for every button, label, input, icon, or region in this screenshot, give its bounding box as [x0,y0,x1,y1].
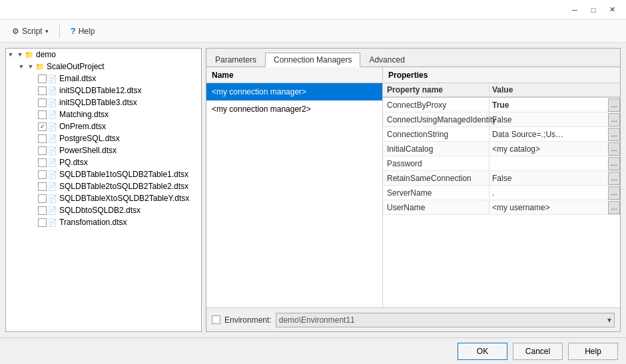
tree-root[interactable]: ▼ ▼ 📁 demo [6,49,201,61]
prop-row-connectbyproxy: ConnectByProxy True … [383,98,620,112]
menu-separator [59,25,60,38]
initsql12-label: initSQLDBTable12.dtsx [59,86,141,95]
script-menu[interactable]: ⚙ Script ▾ [7,24,54,39]
minimize-button[interactable]: ─ [566,3,583,17]
tree-item-transform[interactable]: 📄 Transfomation.dtsx [6,216,201,228]
prop-row-servername: ServerName . … [383,186,620,200]
environment-select[interactable]: demo\Environment11 ▾ [276,313,615,327]
postgresql-checkbox[interactable] [38,134,47,143]
tree-item-initsql12[interactable]: 📄 initSQLDBTable12.dtsx [6,85,201,96]
email-file-icon: 📄 [48,75,57,83]
help-icon: ? [71,26,76,36]
prop-btn-retainsame[interactable]: … [608,172,620,185]
script-icon: ⚙ [12,27,19,36]
prop-value-password [489,156,608,170]
prop-row-connectusing: ConnectUsingManagedIdentity False … [383,112,620,127]
prop-btn-servername[interactable]: … [608,186,620,200]
onprem-file-icon: 📄 [48,122,57,131]
root-folder-icon: 📁 [25,51,34,59]
tree-item-scaleout[interactable]: ▼ ▼ 📁 ScaleOutProject [6,61,201,73]
scaleout-toggle2: ▼ [26,62,35,71]
main-content: ▼ ▼ 📁 demo ▼ ▼ 📁 ScaleOutProject 📄 Email… [0,43,626,337]
sqltable2-label: SQLDBTable2toSQLDB2Table2.dtsx [59,182,188,191]
powershell-checkbox[interactable] [38,146,47,155]
sqltablex-checkbox[interactable] [38,194,47,203]
prop-btn-initialcatalog[interactable]: … [608,142,620,156]
prop-name-username: UserName [383,200,489,214]
tree-item-sqltablex[interactable]: 📄 SQLDBTableXtoSQLDB2TableY.dtsx [6,192,201,204]
tree-item-postgresql[interactable]: 📄 PostgreSQL.dtsx [6,132,201,144]
initsql12-checkbox[interactable] [38,87,47,95]
tree-item-sqltable1[interactable]: 📄 SQLDBTable1toSQLDB2Table1.dtsx [6,168,201,180]
tree-item-onprem[interactable]: 📄 OnPrem.dtsx [6,120,201,132]
prop-row-retainsame: RetainSameConnection False … [383,171,620,186]
tree-item-powershell[interactable]: 📄 PowerShell.dtsx [6,144,201,156]
tree-item-sqldbtosql[interactable]: 📄 SQLDbtoSQLDB2.dtsx [6,204,201,216]
initsql3-label: initSQLDBTable3.dtsx [59,98,137,107]
sqldbtosql-checkbox[interactable] [38,206,47,215]
conn-list-header: Name [206,67,382,83]
prop-row-password: Password … [383,156,620,171]
prop-name-initialcatalog: InitialCatalog [383,142,489,156]
prop-name-connectusing: ConnectUsingManagedIdentity [383,112,489,126]
sqltable1-label: SQLDBTable1toSQLDB2Table1.dtsx [59,170,188,179]
sqldbtosql-file-icon: 📄 [48,206,57,215]
prop-value-connstring: Data Source=.;User ID=... [489,127,608,141]
prop-col-value: Value [489,83,620,96]
prop-btn-password[interactable]: … [608,157,620,170]
prop-name-connectbyproxy: ConnectByProxy [383,98,489,112]
prop-row-connstring: ConnectionString Data Source=.;User ID=.… [383,127,620,142]
properties-panel: Properties Property name Value Connect [383,67,620,307]
tabs-bar: Parameters Connection Managers Advanced [206,49,620,67]
tab-parameters[interactable]: Parameters [206,53,265,67]
prop-btn-connectusing[interactable]: … [608,113,620,126]
footer-bar: OK Cancel Help [0,337,626,364]
tree-item-sqltable2[interactable]: 📄 SQLDBTable2toSQLDB2Table2.dtsx [6,180,201,192]
initsql3-file-icon: 📄 [48,98,57,107]
sqltable1-file-icon: 📄 [48,170,57,179]
initsql3-checkbox[interactable] [38,98,47,107]
pq-checkbox[interactable] [38,158,47,167]
tree-item-initsql3[interactable]: 📄 initSQLDBTable3.dtsx [6,96,201,108]
tree-item-email[interactable]: 📄 Email.dtsx [6,73,201,85]
tree-item-matching[interactable]: 📄 Matching.dtsx [6,108,201,120]
sqltable2-checkbox[interactable] [38,182,47,191]
help-menu[interactable]: ? Help [65,23,101,39]
sqltablex-label: SQLDBTableXtoSQLDB2TableY.dtsx [59,194,189,203]
maximize-button[interactable]: □ [585,3,602,17]
tab-advanced[interactable]: Advanced [360,53,413,67]
onprem-checkbox[interactable] [38,122,47,131]
initsql12-file-icon: 📄 [48,87,57,95]
environment-value: demo\Environment11 [279,315,355,325]
postgresql-label: PostgreSQL.dtsx [59,134,120,143]
sqltable2-file-icon: 📄 [48,182,57,191]
help-button[interactable]: Help [568,343,618,360]
email-checkbox[interactable] [38,75,47,83]
prop-btn-username[interactable]: … [608,201,620,214]
conn-item-2[interactable]: <my connection manager2> [206,100,382,118]
prop-btn-connectbyproxy[interactable]: … [608,98,620,112]
cancel-button[interactable]: Cancel [513,343,563,360]
properties-table: ConnectByProxy True … ConnectUsingManage… [383,98,620,307]
prop-row-username: UserName <my username> … [383,200,620,215]
environment-bar: Environment: demo\Environment11 ▾ [206,307,620,331]
prop-value-retainsame: False [489,171,608,185]
sqltable1-checkbox[interactable] [38,170,47,179]
root-toggle: ▼ [6,50,15,59]
conn-item-1[interactable]: <my connection manager> [206,83,382,100]
prop-value-username: <my username> [489,200,608,214]
tab-connection-managers[interactable]: Connection Managers [265,53,360,67]
properties-header: Properties [383,67,620,83]
close-button[interactable]: ✕ [603,3,621,17]
prop-value-initialcatalog: <my catalog> [489,142,608,156]
panel-content: Name <my connection manager> <my connect… [206,67,620,307]
tree-item-pq[interactable]: 📄 PQ.dtsx [6,156,201,168]
environment-checkbox[interactable] [212,315,220,324]
root-toggle2: ▼ [15,50,25,59]
transform-checkbox[interactable] [38,218,47,227]
prop-btn-connstring[interactable]: … [608,128,620,141]
ok-button[interactable]: OK [458,343,507,360]
matching-checkbox[interactable] [38,110,47,119]
title-bar: ─ □ ✕ [0,0,626,20]
connection-managers-list: Name <my connection manager> <my connect… [206,67,383,307]
